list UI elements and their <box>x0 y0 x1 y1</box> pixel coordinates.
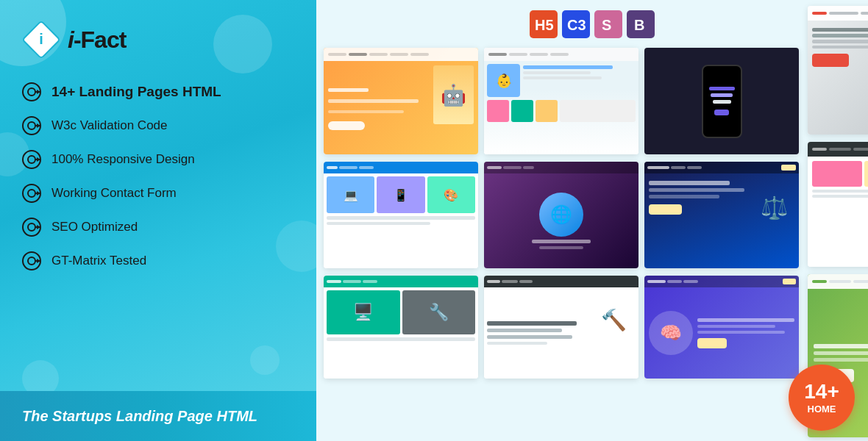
nav-element <box>343 280 361 283</box>
nav-dot <box>328 53 346 56</box>
center-icon: 🌐 <box>539 193 583 237</box>
left-panel: i i-Fact 14+ Landing Pages HTML <box>0 0 316 441</box>
tech-icons-row: H5 C3 S B <box>530 10 655 38</box>
nav-element <box>829 148 851 151</box>
svg-text:H5: H5 <box>535 17 554 33</box>
logo-prefix: i <box>68 26 74 53</box>
feature-contact-form: Working Contact Form <box>22 184 294 203</box>
deco-line <box>697 331 785 334</box>
nav-element <box>523 166 534 169</box>
feature-icon-landing-pages <box>22 82 41 101</box>
feature-text-gtmatrix: GT-Matrix Tested <box>51 254 146 268</box>
screenshot-card-1: 🤖 <box>324 48 478 154</box>
feature-text-landing-pages: 14+ Landing Pages HTML <box>51 84 221 100</box>
nav-element <box>363 280 377 283</box>
screenshot-preview-right-2: 🏋️ <box>808 142 868 267</box>
nav-element <box>812 12 827 15</box>
deco-line <box>814 351 868 355</box>
logo-area: i i-Fact <box>0 0 316 59</box>
feature-text-contact-form: Working Contact Form <box>51 186 177 201</box>
nav-element <box>647 166 669 169</box>
logo-text: i-Fact <box>68 26 126 54</box>
screenshot-preview-right-1: 🧘 <box>808 6 868 135</box>
nav-element <box>327 280 341 283</box>
bottom-banner-text: The Startups Landing Page HTML <box>22 408 257 425</box>
mini-nav-dark <box>484 162 638 173</box>
deco-line <box>697 318 794 322</box>
right-panel: H5 C3 S B <box>316 0 868 441</box>
nav-element <box>683 280 698 283</box>
screenshot-card-2: 👶 <box>484 48 638 154</box>
mini-nav-green2 <box>808 274 868 289</box>
nav-element <box>853 280 868 283</box>
button-preview <box>697 338 727 348</box>
screenshot-preview-1: 🤖 <box>324 48 478 154</box>
feature-icon-contact-form <box>22 184 41 203</box>
blob-decoration-6 <box>250 345 280 375</box>
deco-line <box>328 99 419 103</box>
nav-element <box>829 12 858 15</box>
logo-icon: i <box>22 21 60 59</box>
deco-line <box>328 88 369 92</box>
page-container: i i-Fact 14+ Landing Pages HTML <box>0 0 868 441</box>
nav-dot <box>349 53 367 56</box>
mini-nav-blue <box>324 162 478 173</box>
nav-element <box>503 166 522 169</box>
svg-text:S: S <box>602 17 611 33</box>
nav-dot <box>550 53 569 56</box>
screenshot-card-4: 💻 📱 🎨 <box>324 162 478 268</box>
deco-line <box>649 195 719 198</box>
logo-suffix: -Fact <box>74 26 126 53</box>
deco-line <box>327 337 475 341</box>
feature-icon-seo <box>22 218 41 237</box>
screenshot-card-right-2: 🏋️ <box>808 142 868 267</box>
deco-line <box>812 46 868 49</box>
hero-image-preview: 🤖 <box>433 65 474 124</box>
mini-nav-green <box>324 276 478 287</box>
feature-icon-responsive <box>22 150 41 169</box>
screenshot-preview-7: 🖥️ 🔧 <box>324 276 478 379</box>
svg-text:i: i <box>39 31 43 47</box>
deco-line <box>812 190 868 193</box>
nav-dot <box>509 53 527 56</box>
badge-number: 14+ <box>804 381 839 402</box>
feature-responsive: 100% Responsive Design <box>22 150 294 169</box>
nav-element <box>853 148 868 151</box>
bottom-banner: The Startups Landing Page HTML <box>0 391 316 441</box>
deco-line <box>487 335 572 339</box>
feature-w3c: W3c Validation Code <box>22 116 294 135</box>
html5-icon: H5 <box>530 10 558 38</box>
svg-point-11 <box>28 156 35 163</box>
nav-element <box>487 280 500 283</box>
svg-text:C3: C3 <box>567 17 586 33</box>
deco-line <box>539 246 583 249</box>
nav-element <box>487 166 502 169</box>
card-preview: 👶 <box>487 64 520 97</box>
deco-line <box>814 344 868 348</box>
color-block <box>864 161 868 187</box>
mini-nav-dark2 <box>644 162 799 173</box>
feature-block: 🔧 <box>402 290 476 334</box>
mini-nav <box>808 6 868 21</box>
nav-dot <box>390 53 408 56</box>
mini-nav-dark4 <box>484 276 638 287</box>
deco-line <box>814 358 868 362</box>
screenshot-preview-3 <box>644 48 799 154</box>
screenshot-preview-4: 💻 📱 🎨 <box>324 162 478 268</box>
nav-dot <box>488 53 507 56</box>
deco-line <box>649 181 730 185</box>
nav-element <box>829 280 851 283</box>
mini-nav-purple <box>644 276 799 287</box>
deco-line <box>812 40 868 43</box>
nav-element <box>861 12 868 15</box>
deco-line <box>327 222 430 225</box>
screenshot-preview-2: 👶 <box>484 48 638 154</box>
feature-block: 🖥️ <box>327 290 400 334</box>
svg-point-7 <box>28 122 35 129</box>
color-block <box>536 100 558 122</box>
svg-point-15 <box>28 190 35 197</box>
svg-point-23 <box>28 257 35 265</box>
feature-gtmatrix: GT-Matrix Tested <box>22 251 294 270</box>
button-preview <box>649 204 682 215</box>
screenshot-card-9: 🧠 <box>644 276 799 379</box>
